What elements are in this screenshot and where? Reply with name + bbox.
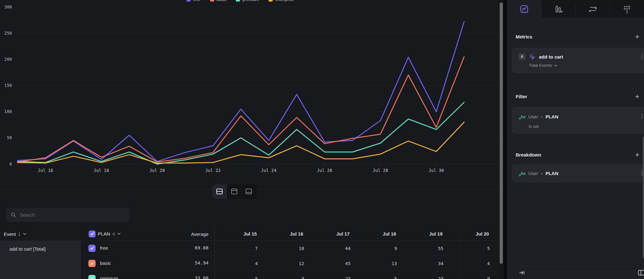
collapse-panel-icon[interactable]	[519, 270, 525, 276]
value-cell: 3	[261, 271, 308, 279]
svg-text:Aa: Aa	[521, 171, 526, 176]
split-rows-icon	[215, 187, 224, 196]
layout-toggle-split-rows[interactable]	[212, 184, 227, 199]
series-line-free[interactable]	[18, 22, 464, 162]
line-chart: 050100150200250300Jul 16Jul 18Jul 20Jul …	[0, 0, 499, 176]
search-input[interactable]	[19, 212, 125, 218]
table-row-premium: premium33.0053235230	[81, 271, 499, 279]
tab-separator	[541, 3, 541, 15]
breakdown-heading: Breakdown	[516, 152, 541, 157]
legend-item-premium[interactable]: premium	[236, 0, 259, 2]
free-checkbox[interactable]	[88, 245, 96, 252]
metric-measure-dropdown[interactable]: Total Events	[529, 63, 557, 68]
add-filter-button[interactable]: +	[635, 94, 643, 100]
legend-item-free[interactable]: free	[186, 0, 200, 2]
row-average: 33.00	[175, 276, 208, 279]
table-row-free: free69.88710449555	[81, 241, 499, 256]
line-chart-icon	[519, 4, 529, 14]
plan-column-dropdown[interactable]: PLAN 4	[89, 231, 121, 237]
property-aa-icon: Aa	[519, 170, 525, 177]
breakdown-card[interactable]: Aa User ▸ PLAN	[512, 164, 644, 182]
table-row-basic: basic54.944124513344	[81, 256, 499, 271]
date-column-header: Jul 15	[214, 227, 260, 240]
add-metric-button[interactable]: +	[635, 34, 643, 40]
plan-count: 4	[112, 231, 115, 236]
tab-separator	[575, 3, 576, 15]
y-axis-label: 100	[4, 109, 12, 114]
date-column-header: Jul 17	[306, 227, 353, 240]
chevron-down-icon	[117, 233, 121, 235]
metric-letter-badge: A	[519, 53, 525, 60]
value-cell: 10	[261, 241, 308, 256]
tab-stream[interactable]	[575, 0, 610, 18]
tab-grid-dots[interactable]	[610, 0, 644, 18]
tab-separator	[610, 3, 610, 15]
chevron-down-icon	[554, 65, 557, 66]
sidebar-bottom-bar	[507, 266, 644, 279]
layout-toggle-panel-bottom[interactable]	[241, 184, 256, 199]
y-axis-label: 200	[4, 57, 12, 62]
search-icon	[11, 212, 16, 218]
check-icon	[90, 262, 94, 265]
event-column-dropdown[interactable]: Event 1	[4, 231, 26, 236]
filter-condition-label: Is set	[529, 124, 539, 129]
table-rows: free69.88710449555basic54.944124513344pr…	[81, 241, 499, 279]
row-group-panel: add to cart [Total]	[0, 241, 81, 279]
chart-legend: freebasicpremiumenterprise	[0, 0, 490, 2]
row-values: 4124513344	[214, 256, 493, 271]
table-header: Event 1 PLAN 4 Average Jul 15Jul 16Jul 1…	[0, 227, 499, 240]
vertical-scrollbar[interactable]	[500, 3, 503, 264]
date-column-header: Jul 18	[353, 227, 399, 240]
legend-item-enterprise[interactable]: enterprise	[269, 0, 294, 2]
value-cell: 7	[214, 241, 261, 256]
y-axis-label: 50	[7, 135, 12, 140]
value-cell: 5	[447, 241, 493, 256]
x-axis-label: Jul 28	[373, 168, 388, 173]
legend-item-basic[interactable]: basic	[210, 0, 227, 2]
table-body: add to cart [Total] free69.88710449555ba…	[0, 241, 499, 279]
cursor-click-icon	[529, 54, 536, 60]
config-sidebar: Metrics + A add to cart Total Events	[507, 0, 644, 279]
value-cell: 34	[400, 256, 447, 271]
panel-columns-icon[interactable]	[638, 270, 644, 276]
search-box[interactable]	[6, 208, 130, 222]
date-column-header: Jul 16	[260, 227, 307, 240]
value-cell: 44	[307, 241, 354, 256]
tab-line-chart[interactable]	[507, 0, 541, 18]
filter-card[interactable]: Aa User ▸ PLAN Is set	[512, 107, 644, 134]
legend-label: free	[193, 0, 200, 2]
x-axis-label: Jul 22	[205, 168, 221, 173]
value-cell: 45	[307, 256, 354, 271]
panel-top-icon	[230, 187, 238, 196]
tab-bar-chart[interactable]	[541, 0, 575, 18]
row-average: 54.94	[175, 260, 208, 265]
filter-property: PLAN	[546, 114, 558, 119]
breadcrumb-arrow-icon: ▸	[541, 115, 543, 118]
bar-chart-icon	[554, 5, 563, 14]
value-cell: 9	[354, 241, 400, 256]
filter-heading: Filter	[516, 94, 527, 99]
metric-options-kebab[interactable]	[641, 54, 642, 59]
basic-checkbox[interactable]	[88, 260, 96, 267]
breakdown-property: PLAN	[546, 171, 558, 176]
legend-swatch	[186, 0, 191, 2]
sidebar-scrollbar[interactable]	[643, 137, 644, 258]
plan-select-all-checkbox[interactable]	[89, 231, 96, 237]
value-cell: 5	[214, 271, 261, 279]
premium-checkbox[interactable]	[88, 275, 96, 279]
filter-options-kebab[interactable]	[641, 114, 642, 119]
plan-label: PLAN	[98, 231, 110, 236]
row-average: 69.88	[175, 245, 208, 250]
legend-label: basic	[217, 0, 227, 2]
date-column-header: Jul 19	[399, 227, 446, 240]
grid-dots-icon	[623, 5, 631, 14]
filter-condition[interactable]: Is set	[529, 124, 539, 129]
row-name: basic	[100, 260, 111, 266]
layout-toggle-panel-top[interactable]	[227, 184, 241, 199]
event-label: Event	[4, 231, 16, 236]
metric-card[interactable]: A add to cart Total Events	[512, 48, 644, 73]
value-cell: 4	[214, 256, 261, 271]
breakdown-options-kebab[interactable]	[641, 171, 642, 176]
check-icon	[90, 247, 94, 250]
add-breakdown-button[interactable]: +	[635, 152, 643, 158]
